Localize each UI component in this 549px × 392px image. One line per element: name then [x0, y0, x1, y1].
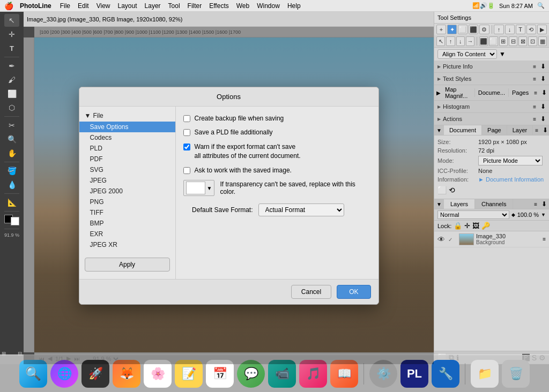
layers-tab-channels[interactable]: Channels [475, 199, 513, 209]
dialog-sidebar-png[interactable]: PNG [79, 197, 175, 207]
dialog-sidebar-group-file[interactable]: ▼ File [79, 110, 175, 122]
dpl-icon2[interactable]: ⟲ [449, 186, 455, 194]
rt-btn13[interactable]: ↓ [456, 36, 465, 46]
dpl-mode-select[interactable]: Picture Mode [478, 156, 543, 165]
rt-btn17[interactable]: ⊞ [499, 36, 508, 46]
align-dropdown-icon[interactable]: ▼ [499, 50, 506, 58]
dialog-sidebar-jxr[interactable]: JPEG XR [79, 239, 175, 250]
dock-trash[interactable]: 🗑️ [502, 360, 530, 388]
dialog-sidebar-pld[interactable]: PLD [79, 143, 175, 154]
section-expand-icon2[interactable]: ⬇ [540, 75, 546, 82]
menu-window[interactable]: Window [257, 2, 280, 10]
dialog-sidebar-exr[interactable]: EXR [79, 229, 175, 239]
menu-layer[interactable]: Layer [145, 2, 161, 10]
rt-btn18[interactable]: ⊟ [509, 36, 517, 46]
app-name[interactable]: PhotoLine [20, 2, 51, 10]
layer-item[interactable]: 👁 ✓ Image_330 Background ≡ [434, 231, 549, 247]
lock-icon1[interactable]: 🔒 [454, 222, 462, 230]
tool-move[interactable]: ✛ [4, 28, 19, 41]
dpl-menu-icon[interactable]: ≡ [533, 127, 540, 133]
checkbox-ask[interactable] [183, 167, 190, 174]
map-magnif-label[interactable]: Map Magnif... [443, 85, 474, 100]
rt-btn14[interactable]: → [466, 36, 474, 46]
layers-menu-icon[interactable]: ≡ [532, 201, 539, 207]
rt-btn21[interactable]: ▦ [538, 36, 547, 46]
search-icon[interactable]: 🔍 [537, 2, 545, 9]
tool-pen[interactable]: ✒ [4, 59, 19, 72]
rt-btn7[interactable]: ↓ [505, 25, 515, 34]
menu-help[interactable]: Help [287, 2, 301, 10]
apply-button[interactable]: Apply [85, 258, 170, 272]
lock-icon2[interactable]: ✛ [464, 222, 470, 230]
menu-effects[interactable]: Effects [209, 2, 228, 10]
tool-eraser[interactable]: ⬜ [4, 87, 19, 100]
dock-appstore[interactable]: 🔧 [432, 360, 459, 388]
lock-icon3[interactable]: 🖼 [472, 222, 479, 230]
dialog-sidebar-jpeg2000[interactable]: JPEG 2000 [79, 186, 175, 197]
dpl-icon1[interactable]: ⬜ [437, 186, 447, 194]
rt-btn6[interactable]: ↑ [494, 25, 503, 34]
tool-hand[interactable]: ✋ [4, 147, 19, 160]
dock-finder2[interactable]: 📁 [471, 360, 499, 388]
ok-button[interactable]: OK [337, 285, 370, 299]
lock-icon4[interactable]: 🔑 [481, 222, 490, 230]
menu-layout[interactable]: Layout [118, 2, 137, 10]
color-picker-button[interactable]: ▼ [183, 180, 215, 196]
tool-eyedrop[interactable]: 💧 [4, 178, 19, 191]
rt-btn5[interactable]: ⚙ [479, 25, 489, 34]
tool-brush[interactable]: 🖌 [4, 73, 19, 86]
canvas-container[interactable]: |100 |200 |300 |400 |500 |600 |700 |800 … [24, 27, 434, 364]
layer-options-icon[interactable]: ≡ [543, 236, 546, 242]
layers-tab-layers[interactable]: Layers [444, 199, 475, 209]
menu-filter[interactable]: Filter [188, 2, 202, 10]
row-menu-icon[interactable]: ≡ [532, 90, 539, 96]
background-color[interactable] [11, 217, 19, 225]
rt-btn19[interactable]: ⊠ [518, 36, 527, 46]
dialog-sidebar-jpeg[interactable]: JPEG [79, 175, 175, 186]
menu-file[interactable]: File [60, 2, 70, 10]
rt-btn8[interactable]: T [516, 25, 525, 34]
menu-tool[interactable]: Tool [168, 2, 180, 10]
section-expand-icon3[interactable]: ⬇ [540, 103, 546, 110]
dpl-tab-layer[interactable]: Layer [507, 125, 533, 135]
tool-select[interactable]: ↖ [4, 14, 19, 27]
menu-edit[interactable]: Edit [78, 2, 89, 10]
dpl-info-link[interactable]: ► Document Information [478, 176, 544, 183]
dialog-sidebar-tiff[interactable]: TIFF [79, 207, 175, 218]
rt-btn2[interactable]: ✦ [447, 25, 457, 34]
pages-label[interactable]: Pages [508, 88, 532, 97]
layers-expand-icon[interactable]: ⬇ [539, 200, 549, 208]
blend-mode-select[interactable]: Normal [437, 210, 509, 219]
layer-visibility[interactable]: 👁 [437, 235, 446, 244]
tool-text[interactable]: T [4, 42, 19, 55]
checkbox-backup[interactable] [183, 115, 190, 122]
document-label[interactable]: Docume... [474, 88, 508, 97]
dialog-sidebar-pdf[interactable]: PDF [79, 154, 175, 164]
rt-btn11[interactable]: ↖ [436, 36, 445, 46]
rt-btn3[interactable]: ⬜ [458, 25, 468, 34]
tool-shape[interactable]: ⬡ [4, 101, 19, 114]
section-menu-icon3[interactable]: ≡ [533, 104, 536, 110]
rt-btn4[interactable]: ⬛ [469, 25, 478, 34]
row-expand-icon[interactable]: ⬇ [539, 89, 549, 96]
rt-btn9[interactable]: ⟲ [526, 25, 536, 34]
dpl-tab-document[interactable]: Document [444, 125, 482, 135]
checkbox-pld[interactable] [183, 129, 190, 136]
dialog-sidebar-codecs[interactable]: Codecs [79, 132, 175, 143]
rt-btn16[interactable]: ⬜ [489, 36, 498, 46]
apple-menu-icon[interactable]: 🍎 [4, 2, 13, 10]
tool-measure[interactable]: 📐 [4, 196, 19, 209]
menu-web[interactable]: Web [236, 2, 249, 10]
dpl-tab-page[interactable]: Page [482, 125, 507, 135]
checkbox-warn[interactable] [183, 144, 190, 150]
rt-btn10[interactable]: ▶ [537, 25, 547, 34]
align-select[interactable]: Align To Content [437, 49, 497, 59]
dialog-sidebar-svg[interactable]: SVG [79, 164, 175, 175]
section-actions-header[interactable]: ▶ Actions ≡ ⬇ [434, 113, 549, 125]
rt-btn20[interactable]: ⊡ [528, 36, 537, 46]
section-expand-icon4[interactable]: ⬇ [540, 115, 546, 123]
cancel-button[interactable]: Cancel [291, 285, 331, 299]
rt-btn12[interactable]: ↑ [446, 36, 455, 46]
dialog-sidebar-bmp[interactable]: BMP [79, 218, 175, 229]
menu-view[interactable]: View [97, 2, 110, 10]
